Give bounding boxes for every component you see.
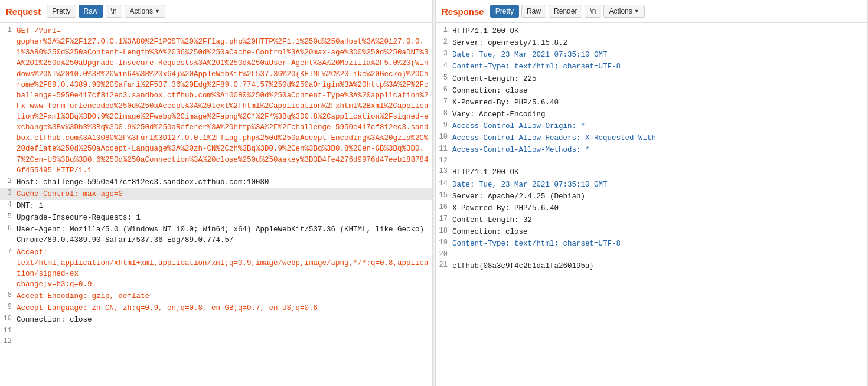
line-number: 1: [436, 26, 452, 37]
line-number: 13: [436, 167, 452, 178]
request-panel: Request Pretty Raw \n Actions ▼ 1GET /?u…: [0, 0, 432, 386]
response-actions-button[interactable]: Actions ▼: [603, 5, 644, 18]
table-row: 2Host: challenge-5950e417cf812ec3.sandbo…: [0, 176, 432, 188]
line-number: 5: [436, 74, 452, 84]
table-row: 6User-Agent: Mozilla/5.0 (Windows NT 10.…: [0, 224, 432, 246]
response-raw-button[interactable]: Raw: [521, 5, 546, 18]
request-title: Request: [6, 6, 41, 17]
line-number: 7: [436, 97, 452, 108]
line-number: 9: [436, 121, 452, 132]
line-content: Server: Apache/2.4.25 (Debian): [452, 191, 867, 202]
table-row: 10Access-Control-Allow-Headers: X-Reques…: [436, 132, 867, 144]
line-number: 20: [436, 250, 452, 260]
response-render-button[interactable]: Render: [549, 5, 582, 18]
line-number: 4: [0, 201, 17, 211]
line-content: Access-Control-Allow-Headers: X-Requeste…: [452, 133, 867, 143]
table-row: 12: [436, 156, 867, 166]
line-number: 1: [0, 26, 17, 176]
line-content: GET /?url= gopher%3A%2F%2F127.0.0.1%3A80…: [17, 26, 432, 176]
table-row: 17Content-Length: 32: [436, 214, 867, 226]
table-row: 15Server: Apache/2.4.25 (Debian): [436, 191, 867, 202]
line-number: 3: [436, 50, 452, 60]
table-row: 20: [436, 250, 867, 260]
line-number: 4: [436, 61, 452, 72]
response-title: Response: [442, 6, 484, 17]
request-newline-button[interactable]: \n: [106, 5, 122, 18]
line-number: 2: [436, 38, 452, 48]
table-row: 21ctfhub{08a3c9f4c2b1da1fa260195a}: [436, 260, 867, 272]
line-content: HTTP/1.1 200 OK: [452, 167, 867, 178]
line-content: Connection: close: [452, 227, 867, 237]
line-number: 12: [436, 156, 452, 166]
request-toolbar: Pretty Raw \n Actions ▼: [47, 5, 165, 18]
request-pretty-button[interactable]: Pretty: [47, 5, 76, 18]
table-row: 11: [0, 326, 432, 336]
table-row: 4Content-Type: text/html; charset=UTF-8: [436, 61, 867, 73]
line-number: 19: [436, 238, 452, 249]
line-number: 8: [0, 291, 17, 302]
line-content: Host: challenge-5950e417cf812ec3.sandbox…: [17, 177, 432, 188]
response-pretty-button[interactable]: Pretty: [490, 5, 519, 18]
table-row: 5Content-Length: 225: [436, 73, 867, 85]
request-content[interactable]: 1GET /?url= gopher%3A%2F%2F127.0.0.1%3A8…: [0, 23, 432, 386]
line-content: [17, 337, 432, 346]
line-content: Connection: close: [452, 86, 867, 96]
response-newline-button[interactable]: \n: [585, 5, 601, 18]
line-number: 9: [0, 303, 17, 313]
line-content: Content-Length: 225: [452, 74, 867, 84]
line-number: 14: [436, 179, 452, 190]
table-row: 16X-Powered-By: PHP/5.6.40: [436, 202, 867, 214]
line-number: 11: [0, 326, 17, 336]
line-number: 21: [436, 261, 452, 271]
table-row: 9Accept-Language: zh-CN, zh;q=0.9, en;q=…: [0, 302, 432, 314]
table-row: 3Date: Tue, 23 Mar 2021 07:35:10 GMT: [436, 49, 867, 61]
response-header: Response Pretty Raw Render \n Actions ▼: [436, 0, 867, 23]
request-raw-button[interactable]: Raw: [79, 5, 103, 18]
request-header: Request Pretty Raw \n Actions ▼: [0, 0, 432, 23]
table-row: 3Cache-Control: max-age=0: [0, 188, 432, 200]
line-content: Upgrade-Insecure-Requests: 1: [17, 212, 432, 223]
line-number: 17: [436, 215, 452, 225]
table-row: 19Content-Type: text/html; charset=UTF-8: [436, 238, 867, 250]
table-row: 13HTTP/1.1 200 OK: [436, 166, 867, 178]
table-row: 1HTTP/1.1 200 OK: [436, 25, 867, 37]
table-row: 6Connection: close: [436, 85, 867, 97]
line-content: [452, 156, 867, 166]
line-number: 10: [0, 315, 17, 325]
line-number: 2: [0, 177, 17, 188]
line-content: Accept-Encoding: gzip, deflate: [17, 291, 432, 302]
table-row: 4DNT: 1: [0, 200, 432, 212]
line-number: 7: [0, 247, 17, 290]
table-row: 2Server: openresty/1.15.8.2: [436, 37, 867, 49]
response-content[interactable]: 1HTTP/1.1 200 OK2Server: openresty/1.15.…: [436, 23, 867, 386]
table-row: 7Accept: text/html,application/xhtml+xml…: [0, 247, 432, 291]
line-content: Content-Type: text/html; charset=UTF-8: [452, 61, 867, 72]
line-number: 18: [436, 227, 452, 237]
line-content: Server: openresty/1.15.8.2: [452, 38, 867, 48]
line-number: 16: [436, 203, 452, 214]
line-number: 6: [0, 224, 17, 246]
line-content: Accept: text/html,application/xhtml+xml,…: [17, 247, 432, 290]
table-row: 18Connection: close: [436, 226, 867, 238]
line-number: 8: [436, 109, 452, 120]
table-row: 8Vary: Accept-Encoding: [436, 109, 867, 120]
line-content: Connection: close: [17, 315, 432, 325]
line-content: X-Powered-By: PHP/5.6.40: [452, 203, 867, 214]
table-row: 8Accept-Encoding: gzip, deflate: [0, 290, 432, 302]
table-row: 14Date: Tue, 23 Mar 2021 07:35:10 GMT: [436, 179, 867, 191]
line-number: 15: [436, 191, 452, 202]
line-content: Cache-Control: max-age=0: [17, 189, 432, 199]
table-row: 12: [0, 336, 432, 347]
line-number: 3: [0, 189, 17, 199]
line-content: Vary: Accept-Encoding: [452, 109, 867, 120]
request-actions-button[interactable]: Actions ▼: [125, 5, 165, 18]
response-toolbar: Pretty Raw Render \n Actions ▼: [490, 5, 645, 18]
line-number: 11: [436, 145, 452, 155]
line-content: Date: Tue, 23 Mar 2021 07:35:10 GMT: [452, 179, 867, 190]
line-content: ctfhub{08a3c9f4c2b1da1fa260195a}: [452, 261, 867, 271]
line-content: Access-Control-Allow-Methods: *: [452, 145, 867, 155]
line-number: 6: [436, 86, 452, 96]
line-content: Access-Control-Allow-Origin: *: [452, 121, 867, 132]
table-row: 5Upgrade-Insecure-Requests: 1: [0, 212, 432, 224]
line-content: [452, 250, 867, 260]
